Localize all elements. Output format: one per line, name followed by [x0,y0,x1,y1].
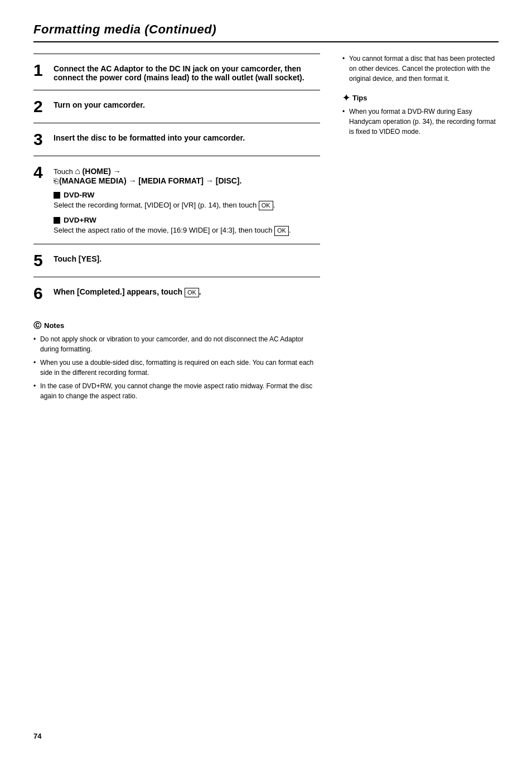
right-column: You cannot format a disc that has been p… [342,54,499,404]
step-5-number: 5 [33,252,49,269]
page-number: 74 [33,732,41,740]
page: Formatting media (Continued) 1 Connect t… [0,0,532,757]
right-col-bullet-1: You cannot format a disc that has been p… [342,54,499,84]
step-4: 4 Touch ⌂ (HOME) → ⎗(MANAGE MEDIA) → [ME… [33,156,320,244]
step-4-number: 4 [33,164,49,181]
step-2: 2 Turn on your camcorder. [33,90,320,123]
home-icon: ⌂ [75,166,80,176]
dvd-rw-heading: DVD-RW [54,191,320,199]
right-col-bullet-list: You cannot format a disc that has been p… [342,54,499,84]
dvd-rw-square-icon [54,192,60,199]
tips-heading-text: Tips [352,94,367,102]
step-6-text: When [Completed.] appears, touch OK. [54,287,320,297]
tip-1: When you format a DVD-RW during Easy Han… [342,107,499,137]
step-6: 6 When [Completed.] appears, touch OK. [33,277,320,310]
notes-heading: Ⓒ Notes [33,321,320,331]
step-1-number: 1 [33,62,49,79]
notes-section: Ⓒ Notes Do not apply shock or vibration … [33,321,320,401]
step-4-content: Touch ⌂ (HOME) → ⎗(MANAGE MEDIA) → [MEDI… [54,164,320,236]
step-3-text: Insert the disc to be formatted into you… [54,133,245,142]
step-3: 3 Insert the disc to be formatted into y… [33,123,320,156]
left-column: 1 Connect the AC Adaptor to the DC IN ja… [33,54,320,404]
step-6-number: 6 [33,285,49,302]
step-2-number: 2 [33,98,49,115]
step-3-number: 3 [33,131,49,148]
step-1: 1 Connect the AC Adaptor to the DC IN ja… [33,54,320,90]
dvd-rw-label: DVD-RW [64,191,94,199]
tips-heading: ✦ Tips [342,93,499,103]
step-4-subsections: DVD-RW Select the recording format, [VID… [54,191,320,236]
step-5-content: Touch [YES]. [54,252,320,263]
page-title: Formatting media (Continued) [33,22,499,42]
step-1-content: Connect the AC Adaptor to the DC IN jack… [54,62,320,82]
ok-box-dvdplusrw: OK [274,226,289,235]
note-3: In the case of DVD+RW, you cannot change… [33,381,320,401]
step-5: 5 Touch [YES]. [33,244,320,277]
step-2-content: Turn on your camcorder. [54,98,320,109]
dvd-plus-rw-heading: DVD+RW [54,216,320,224]
dvd-rw-text: Select the recording format, [VIDEO] or … [54,201,320,210]
notes-list: Do not apply shock or vibration to your … [33,334,320,401]
dvd-plus-rw-text: Select the aspect ratio of the movie, [1… [54,226,320,235]
manage-icon: ⎗ [54,176,58,185]
dvd-plus-rw-label: DVD+RW [64,216,96,224]
step-6-content: When [Completed.] appears, touch OK. [54,285,320,297]
dvd-plus-rw-square-icon [54,217,60,224]
step-4-text: Touch ⌂ (HOME) → ⎗(MANAGE MEDIA) → [MEDI… [54,166,320,185]
step-2-text: Turn on your camcorder. [54,100,145,109]
ok-box-step6: OK [185,288,199,297]
note-2: When you use a double-sided disc, format… [33,358,320,378]
step-3-content: Insert the disc to be formatted into you… [54,131,320,142]
note-1: Do not apply shock or vibration to your … [33,334,320,354]
tips-icon: ✦ [342,93,350,103]
step-1-text: Connect the AC Adaptor to the DC IN jack… [54,64,304,82]
notes-heading-text: Notes [44,321,64,330]
two-column-layout: 1 Connect the AC Adaptor to the DC IN ja… [33,54,499,404]
ok-box-dvdrw: OK [259,201,273,210]
step-5-text: Touch [YES]. [54,254,101,263]
notes-icon: Ⓒ [33,321,41,331]
tips-list: When you format a DVD-RW during Easy Han… [342,107,499,137]
